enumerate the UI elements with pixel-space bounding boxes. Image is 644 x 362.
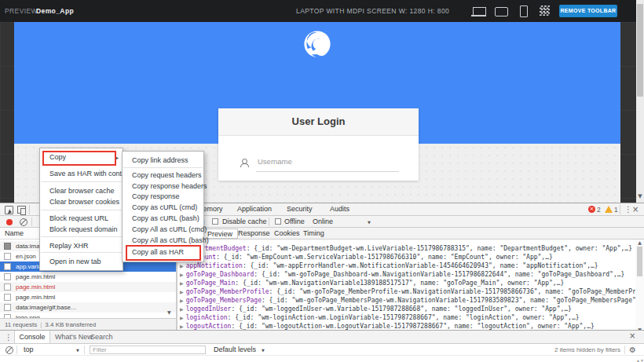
file-icon xyxy=(4,294,11,301)
tab-audits[interactable]: Audits xyxy=(330,203,349,215)
error-badge-icon[interactable]: × xyxy=(588,206,595,213)
json-line[interactable]: ▶goToPage_Dashboard: {_id: "wm-goToPage_… xyxy=(180,271,624,279)
preview-label: PREVIEW: xyxy=(5,0,40,22)
qr-code-icon[interactable] xyxy=(540,5,550,16)
preview-toolbar: PREVIEW: Demo_App LAPTOP WITH MDPI SCREE… xyxy=(0,0,644,22)
scroll-up-icon[interactable]: ▲ xyxy=(635,240,644,245)
console-settings-gear-icon[interactable]: ⚙ xyxy=(629,345,636,356)
disable-cache-label[interactable]: Disable cache xyxy=(222,216,267,228)
submenu-item-copy-response-headers[interactable]: Copy response headers xyxy=(123,181,203,192)
image-file-icon xyxy=(4,243,11,250)
submenu-item-copy-link[interactable]: Copy link address xyxy=(123,155,203,166)
filter-divider xyxy=(624,346,625,354)
wavemaker-logo-icon xyxy=(301,28,334,61)
tab-whats-new[interactable]: What's New xyxy=(55,331,93,343)
subtab-cookies[interactable]: Cookies xyxy=(274,228,300,239)
subtab-response[interactable]: Response xyxy=(238,228,270,239)
detail-scrollbar[interactable]: ▲ ▼ xyxy=(635,240,644,334)
throttling-select[interactable]: Online xyxy=(313,216,333,228)
filter-divider xyxy=(16,346,17,354)
device-toolbar-icon[interactable] xyxy=(17,206,26,214)
submenu-item-copy-response[interactable]: Copy response xyxy=(123,192,203,202)
screenshot-root: PREVIEW: Demo_App LAPTOP WITH MDPI SCREE… xyxy=(0,0,644,362)
offline-label[interactable]: Offline xyxy=(284,216,305,228)
levels-dropdown-icon[interactable]: ▼ xyxy=(262,348,265,353)
drawer-menu-icon[interactable]: ⋮ xyxy=(5,331,13,344)
menu-item-clear-cookies[interactable]: Clear browser cookies xyxy=(40,197,123,207)
json-line[interactable]: ▶goToPage_MembersPage: {_id: "wm-goToPag… xyxy=(180,297,644,305)
menu-item-block-url[interactable]: Block request URL xyxy=(40,214,123,224)
warning-badge-icon[interactable] xyxy=(605,206,613,213)
login-card: User Login xyxy=(218,108,419,181)
record-network-icon[interactable] xyxy=(6,219,13,225)
json-line[interactable]: ▶appNotification: {_id: "wm-appErrorHand… xyxy=(180,262,598,270)
remove-toolbar-button[interactable]: REMOVE TOOLBAR xyxy=(559,5,617,17)
filter-divider xyxy=(84,346,85,354)
submenu-item-copy-all-curl-cmd[interactable]: Copy All as cURL (cmd) xyxy=(123,225,203,235)
json-line[interactable]: ▶DepartmentBudget: {_id: "wm-DepartmentB… xyxy=(180,245,632,253)
menu-separator xyxy=(123,167,203,168)
menu-item-save-har[interactable]: Save as HAR with content xyxy=(40,169,123,179)
json-line[interactable]: ▶loggedInUser: {_id: "wm-loggedInUser-wm… xyxy=(180,305,572,313)
console-filter-row: top ▼ Default levels ▼ 2 items hidden by… xyxy=(0,344,644,356)
network-row[interactable]: page.min.html xyxy=(0,272,176,282)
tab-security[interactable]: Security xyxy=(287,203,313,215)
copy-submenu: Copy link address Copy request headers C… xyxy=(122,151,204,262)
menu-separator xyxy=(41,210,122,210)
json-line[interactable]: ▶EmpCount: {_id: "wm-EmpCount-wm.Service… xyxy=(180,254,553,261)
js-context-select[interactable]: top xyxy=(24,344,34,356)
submenu-item-copy-request-headers[interactable]: Copy request headers xyxy=(123,170,203,181)
toolbar-divider xyxy=(269,218,269,226)
detail-scrollbar-thumb[interactable] xyxy=(637,247,642,276)
username-field[interactable] xyxy=(256,154,393,168)
console-filter-input[interactable] xyxy=(90,346,206,354)
network-context-menu: Copy ▶ Save as HAR with content Clear br… xyxy=(39,148,123,271)
tab-console-selected[interactable]: Console xyxy=(14,331,50,343)
menu-item-replay-xhr[interactable]: Replay XHR xyxy=(40,241,123,251)
devtools-close-icon[interactable]: × xyxy=(632,203,639,216)
context-dropdown-icon[interactable]: ▼ xyxy=(76,348,79,353)
network-row[interactable]: logo.png xyxy=(0,313,176,318)
file-icon xyxy=(4,304,11,311)
submenu-item-copy-curl-bash[interactable]: Copy as cURL (bash) xyxy=(123,214,203,224)
tabbar-divider xyxy=(29,205,30,214)
menu-item-open-new-tab[interactable]: Open in new tab xyxy=(40,257,123,267)
network-row[interactable]: page.min.html xyxy=(0,292,176,302)
page-scrollbar-thumb[interactable] xyxy=(637,4,643,97)
network-row-error[interactable]: page.min.html xyxy=(0,282,176,292)
devtools-menu-icon[interactable]: ⋮ xyxy=(624,203,632,216)
submenu-item-copy-curl-cmd[interactable]: Copy as cURL (cmd) xyxy=(123,203,203,213)
offline-checkbox[interactable] xyxy=(275,218,281,225)
request-count: 11 requests xyxy=(5,321,37,328)
disable-cache-checkbox[interactable] xyxy=(212,218,218,225)
list-scroll-down-icon[interactable]: ▼ xyxy=(167,309,171,315)
console-tabbar: ⋮ Console What's New Search × xyxy=(0,331,644,344)
throttling-dropdown-icon[interactable]: ▼ xyxy=(368,220,371,225)
phone-device-icon[interactable] xyxy=(520,5,528,17)
tabbar-divider xyxy=(620,205,620,214)
drawer-close-icon[interactable]: × xyxy=(629,331,635,340)
toolbar-divider xyxy=(31,218,32,226)
tablet-device-icon[interactable] xyxy=(495,7,508,16)
json-line[interactable]: ▶loginAction: {_id: "wm-loginAction-wm.L… xyxy=(180,314,580,322)
tab-search[interactable]: Search xyxy=(90,331,113,343)
annotation-box-copy xyxy=(42,151,116,166)
json-line[interactable]: ▶goToPage_Main: {_id: "wm-wm.NavigationV… xyxy=(180,280,564,287)
clear-network-icon[interactable] xyxy=(20,218,27,226)
clear-console-icon[interactable] xyxy=(5,346,13,354)
menu-item-clear-cache[interactable]: Clear browser cache xyxy=(40,186,123,196)
console-drawer: ⋮ Console What's New Search × top ▼ Defa… xyxy=(0,330,644,362)
network-row[interactable]: data:image/gif;base… xyxy=(0,302,176,313)
tab-application[interactable]: Application xyxy=(237,203,272,215)
page-scroll-down-icon[interactable]: ▼ xyxy=(636,193,644,199)
subtab-timing[interactable]: Timing xyxy=(303,228,324,239)
hidden-items-info: 2 items hidden by filters xyxy=(550,344,620,356)
menu-item-block-domain[interactable]: Block request domain xyxy=(40,225,123,235)
app-name: Demo_App xyxy=(36,0,74,22)
laptop-device-icon[interactable] xyxy=(473,7,486,16)
inspect-element-icon[interactable] xyxy=(5,206,13,214)
console-mini-scroll-icon[interactable]: ▲▼ xyxy=(636,359,642,362)
log-levels-select[interactable]: Default levels xyxy=(214,344,256,356)
menu-separator xyxy=(41,252,122,253)
json-line[interactable]: ▶goToPage_MemberProfile: {_id: "wm-goToP… xyxy=(180,288,644,296)
